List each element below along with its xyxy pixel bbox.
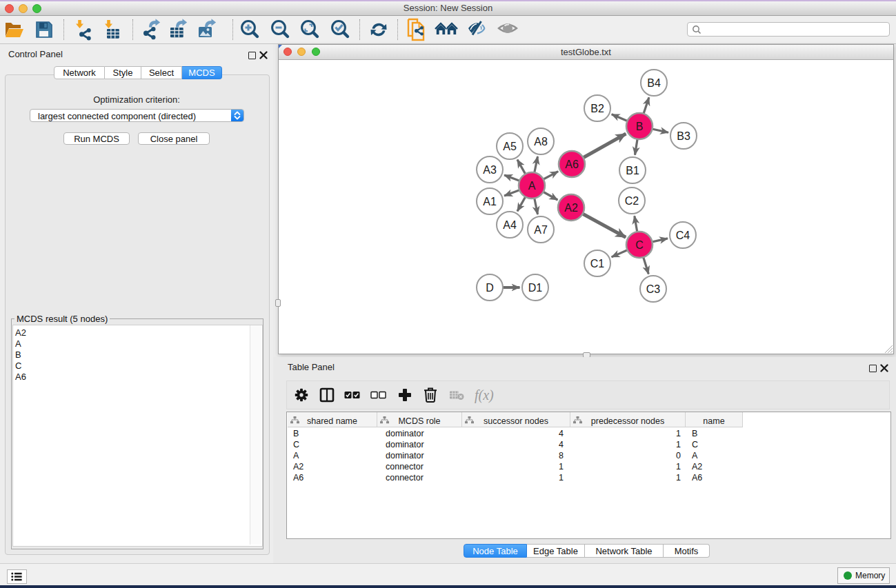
svg-text:D1: D1	[528, 282, 543, 294]
svg-text:A8: A8	[534, 136, 548, 148]
svg-text:A2: A2	[564, 202, 578, 214]
svg-text:A1: A1	[483, 196, 497, 207]
svg-text:A7: A7	[534, 224, 548, 236]
svg-text:C1: C1	[590, 258, 605, 270]
svg-text:B4: B4	[647, 77, 661, 89]
svg-text:f(x): f(x)	[475, 387, 494, 403]
svg-text:C: C	[635, 239, 644, 251]
svg-text:C4: C4	[676, 230, 690, 241]
svg-text:A3: A3	[483, 164, 497, 176]
svg-text:B3: B3	[677, 130, 690, 142]
svg-text:C2: C2	[625, 195, 639, 207]
svg-text:D: D	[486, 282, 494, 294]
svg-text:A5: A5	[503, 141, 517, 152]
svg-text:C3: C3	[646, 283, 661, 295]
svg-text:A4: A4	[503, 219, 517, 231]
svg-text:A6: A6	[565, 159, 579, 170]
svg-text:A: A	[528, 180, 536, 192]
svg-text:B: B	[636, 121, 644, 132]
svg-text:B1: B1	[626, 165, 639, 176]
svg-text:B2: B2	[590, 103, 604, 114]
